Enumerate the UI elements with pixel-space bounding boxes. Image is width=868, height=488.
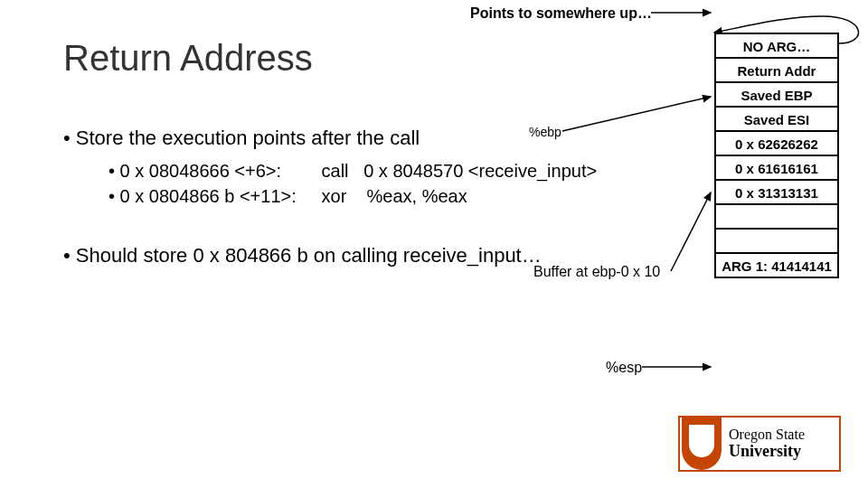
stack-cell-31: 0 x 31313131 [714, 179, 839, 205]
annotation-buffer: Buffer at ebp-0 x 10 [533, 264, 660, 280]
stack-cell-return-addr: Return Addr [714, 57, 839, 83]
osu-logo: Oregon State University [678, 416, 841, 472]
stack-cell-arg1: ARG 1: 41414141 [714, 252, 839, 278]
code-line-2: 0 x 0804866 b <+11>: xor %eax, %eax [108, 186, 467, 207]
osu-line1: Oregon State [729, 427, 805, 443]
bullet-should-store: Should store 0 x 804866 b on calling rec… [63, 244, 542, 267]
osu-logo-text: Oregon State University [729, 427, 805, 460]
label-esp: %esp [606, 360, 642, 376]
stack-cell-61: 0 x 61616161 [714, 155, 839, 181]
stack-diagram: NO ARG… Return Addr Saved EBP Saved ESI … [714, 33, 841, 278]
bullet-store-execution: Store the execution points after the cal… [63, 127, 420, 150]
stack-cell-noarg: NO ARG… [714, 33, 839, 59]
stack-cell-saved-ebp: Saved EBP [714, 81, 839, 108]
annotation-points-up: Points to somewhere up… [470, 5, 652, 22]
stack-cell-62: 0 x 62626262 [714, 130, 839, 156]
svg-line-2 [671, 192, 711, 271]
label-ebp: %ebp [529, 125, 561, 139]
svg-line-1 [562, 97, 711, 131]
stack-cell-saved-esi: Saved ESI [714, 106, 839, 132]
osu-crest-icon [682, 418, 722, 470]
stack-cell-empty-2 [714, 228, 839, 254]
osu-line2: University [729, 443, 805, 460]
stack-cell-empty-1 [714, 203, 839, 230]
code-line-1: 0 x 08048666 <+6>: call 0 x 8048570 <rec… [108, 161, 597, 182]
slide-title: Return Address [63, 38, 313, 79]
